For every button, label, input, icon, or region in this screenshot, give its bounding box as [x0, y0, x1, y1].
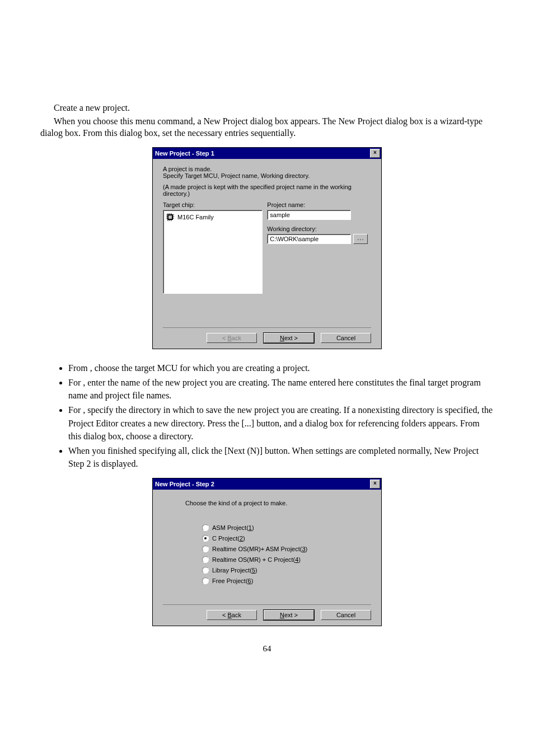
back-button[interactable]: < Back: [207, 610, 257, 620]
target-chip-label: Target chip:: [163, 201, 263, 208]
target-chip-listbox[interactable]: M16C Family: [163, 210, 263, 294]
bullet-3-pre: For: [68, 405, 83, 415]
radio-label: Libray Project(5): [212, 567, 257, 574]
radio-label: ASM Project(1): [212, 524, 254, 531]
radio-label: Realtime OS(MR) + C Project(4): [212, 556, 301, 563]
bullet-2-pre: For: [68, 378, 83, 387]
bullet-1-pre: From: [68, 363, 90, 373]
dialog-step1-buttons: < Back Next > Cancel: [163, 327, 371, 343]
col-project-fields: Project name: sample Working directory: …: [263, 199, 371, 294]
dialog-step2-wrap: New Project - Step 2 × Choose the kind o…: [152, 478, 382, 626]
next-button[interactable]: Next >: [264, 610, 314, 620]
dialog-step2-buttons: < Back Next > Cancel: [163, 604, 371, 620]
radio-label: Free Project(6): [212, 577, 253, 584]
dialog-step2-titlebar[interactable]: New Project - Step 2 ×: [153, 478, 381, 490]
radio-option-4[interactable]: Realtime OS(MR) + C Project(4): [202, 556, 371, 563]
radio-icon: [202, 567, 209, 574]
radio-option-6[interactable]: Free Project(6): [202, 577, 371, 584]
radio-option-1[interactable]: ASM Project(1): [202, 524, 371, 531]
cancel-button[interactable]: Cancel: [321, 333, 371, 343]
dialog-step1-desc2: Specify Target MCU, Project name, Workin…: [163, 172, 371, 179]
dialog-step1-client: A project is made. Specify Target MCU, P…: [153, 159, 381, 349]
radio-option-5[interactable]: Libray Project(5): [202, 567, 371, 574]
bullet-1: From , choose the target MCU for which y…: [68, 361, 494, 374]
radio-icon: [202, 577, 209, 584]
target-chip-item-label: M16C Family: [177, 214, 214, 220]
project-kind-radio-group: ASM Project(1)C Project(2)Realtime OS(MR…: [202, 524, 371, 584]
bullet-2-post: , enter the name of the new project you …: [68, 378, 481, 400]
page-number: 64: [40, 644, 494, 654]
bullet-3-post: , specify the directory in which to save…: [68, 405, 493, 440]
radio-option-3[interactable]: Realtime OS(MR)+ ASM Project(3): [202, 546, 371, 552]
close-icon[interactable]: ×: [370, 149, 380, 158]
cancel-button[interactable]: Cancel: [321, 610, 371, 620]
project-name-label: Project name:: [267, 201, 371, 208]
dialog-step1: New Project - Step 1 × A project is made…: [152, 147, 382, 349]
dialog-step2-title: New Project - Step 2: [155, 481, 214, 487]
radio-icon: [202, 556, 209, 563]
bullet-4: When you finished specifying all, click …: [68, 444, 494, 470]
dialog-step1-titlebar[interactable]: New Project - Step 1 ×: [153, 148, 381, 159]
next-button[interactable]: Next >: [264, 333, 314, 343]
dialog-step2-client: Choose the kind of a project to make. AS…: [153, 490, 381, 626]
radio-label: C Project(2): [212, 535, 245, 542]
close-icon[interactable]: ×: [370, 480, 380, 489]
intro-line-2: When you choose this menu command, a New…: [40, 115, 494, 139]
bullet-2: For , enter the name of the new project …: [68, 376, 494, 402]
radio-icon: [202, 535, 209, 542]
bullet-list: From , choose the target MCU for which y…: [68, 361, 494, 471]
dialog-step2: New Project - Step 2 × Choose the kind o…: [152, 478, 382, 626]
browse-button[interactable]: ...: [353, 234, 368, 244]
radio-icon: [202, 546, 209, 552]
working-dir-input[interactable]: C:\WORK\sample: [267, 234, 351, 244]
dialog-step1-desc1: A project is made.: [163, 166, 371, 172]
chip-icon: [165, 212, 175, 222]
radio-icon: [202, 524, 209, 531]
bullet-1-post: , choose the target MCU for which you ar…: [90, 363, 310, 373]
dialog-step2-instruction: Choose the kind of a project to make.: [185, 500, 371, 506]
target-chip-row[interactable]: M16C Family: [165, 212, 260, 222]
working-dir-label: Working directory:: [267, 226, 371, 232]
bullet-3: For , specify the directory in which to …: [68, 403, 494, 443]
back-button[interactable]: < Back: [207, 333, 257, 343]
col-target-chip: Target chip:: [163, 199, 263, 294]
dialog-step1-desc3: (A made project is kept with the specifi…: [163, 184, 371, 197]
dialog-step1-title: New Project - Step 1: [155, 150, 214, 157]
dialog-step1-wrap: New Project - Step 1 × A project is made…: [152, 147, 382, 349]
page: Create a new project. When you choose th…: [0, 0, 534, 670]
radio-label: Realtime OS(MR)+ ASM Project(3): [212, 546, 307, 552]
svg-rect-1: [168, 215, 172, 219]
project-name-input[interactable]: sample: [267, 210, 351, 220]
radio-option-2[interactable]: C Project(2): [202, 535, 371, 542]
intro-line-1: Create a new project.: [40, 102, 494, 114]
